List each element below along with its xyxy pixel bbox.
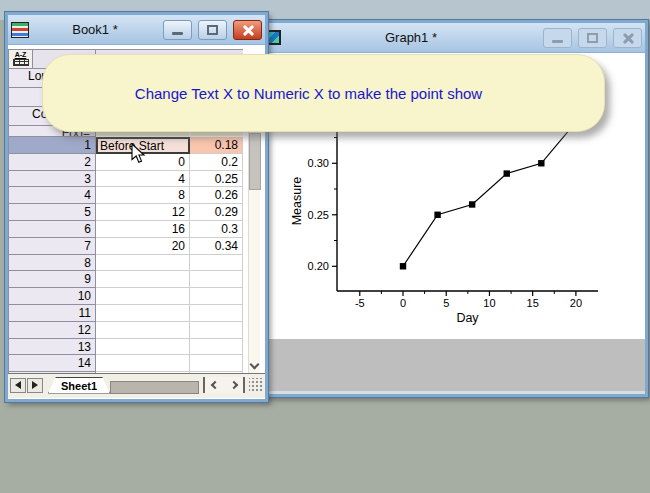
- cell-col-a[interactable]: [96, 305, 190, 322]
- close-button[interactable]: [233, 20, 262, 40]
- cell-col-b[interactable]: [190, 355, 243, 372]
- minimize-button[interactable]: [543, 28, 572, 48]
- cell-col-b[interactable]: 0.18: [190, 137, 243, 154]
- row-header[interactable]: 3: [8, 171, 96, 188]
- hint-tooltip-text: Change Text X to Numeric X to make the p…: [135, 85, 482, 102]
- chevron-left-icon: [210, 381, 218, 389]
- svg-text:-5: -5: [355, 297, 365, 309]
- resize-grip[interactable]: [249, 378, 263, 392]
- table-row: 480.26: [8, 187, 243, 204]
- chevron-down-icon: [250, 360, 260, 370]
- cell-col-a[interactable]: 12: [96, 204, 190, 221]
- svg-text:5: 5: [443, 297, 449, 309]
- tab-scroll-right-button[interactable]: [27, 378, 43, 393]
- book1-titlebar[interactable]: Book1 *: [8, 15, 265, 45]
- tab-sheet1[interactable]: Sheet1: [48, 377, 110, 394]
- minimize-icon: [172, 32, 183, 35]
- tab-scroll-left-button[interactable]: [10, 378, 26, 393]
- table-row: 13: [8, 339, 243, 356]
- svg-text:20: 20: [570, 297, 582, 309]
- row-header[interactable]: 2: [8, 154, 96, 171]
- cell-col-b[interactable]: 0.25: [190, 171, 243, 188]
- book1-title: Book1 *: [33, 22, 157, 37]
- svg-text:0.30: 0.30: [308, 157, 329, 169]
- cell-col-a[interactable]: [96, 288, 190, 305]
- cell-col-a[interactable]: 8: [96, 187, 190, 204]
- triangle-left-icon: [15, 381, 21, 389]
- table-row: 8: [8, 255, 243, 272]
- row-header[interactable]: 13: [8, 339, 96, 356]
- sort-az-icon[interactable]: A-Z: [9, 50, 33, 68]
- table-row: 10: [8, 288, 243, 305]
- mouse-cursor-icon: [131, 143, 147, 165]
- svg-text:0.25: 0.25: [308, 209, 329, 221]
- row-header[interactable]: 1: [8, 137, 96, 154]
- cell-col-b[interactable]: [190, 322, 243, 339]
- scrollbar-thumb[interactable]: [249, 133, 261, 190]
- cell-col-a[interactable]: [96, 255, 190, 272]
- cell-col-b[interactable]: 0.2: [190, 154, 243, 171]
- table-row: 200.2: [8, 154, 243, 171]
- table-row: 1Before Start0.18: [8, 137, 243, 154]
- table-row: 340.25: [8, 171, 243, 188]
- cell-col-b[interactable]: [190, 255, 243, 272]
- row-header[interactable]: 12: [8, 322, 96, 339]
- cell-col-b[interactable]: 0.26: [190, 187, 243, 204]
- horizontal-scrollbar[interactable]: [203, 377, 245, 393]
- az-icon-label: A-Z: [9, 51, 32, 58]
- svg-text:0: 0: [400, 297, 406, 309]
- worksheet-rows: 1Before Start0.18200.2340.25480.265120.2…: [8, 137, 243, 373]
- row-header[interactable]: 4: [8, 187, 96, 204]
- row-header[interactable]: 5: [8, 204, 96, 221]
- cell-col-a[interactable]: 20: [96, 238, 190, 255]
- chevron-right-icon: [229, 381, 237, 389]
- cell-col-b[interactable]: 0.3: [190, 221, 243, 238]
- cell-col-a[interactable]: 4: [96, 171, 190, 188]
- desktop: Graph1 * -5051015200.200.250.30DayMeasur…: [0, 0, 650, 493]
- cell-col-a[interactable]: [96, 355, 190, 372]
- svg-text:Day: Day: [456, 311, 479, 325]
- svg-text:0.20: 0.20: [308, 260, 329, 272]
- row-header[interactable]: 6: [8, 221, 96, 238]
- close-button[interactable]: [613, 28, 642, 48]
- svg-text:10: 10: [483, 297, 495, 309]
- scroll-down-button[interactable]: [251, 361, 259, 369]
- vertical-scrollbar[interactable]: [248, 130, 260, 373]
- minimize-icon: [552, 40, 563, 43]
- table-row: 9: [8, 271, 243, 288]
- svg-text:Measure: Measure: [290, 177, 304, 226]
- cell-col-b[interactable]: 0.34: [190, 238, 243, 255]
- graph1-titlebar[interactable]: Graph1 *: [261, 23, 645, 53]
- worksheet-window-icon: [11, 22, 29, 38]
- cell-col-a[interactable]: [96, 271, 190, 288]
- maximize-button[interactable]: [578, 28, 607, 48]
- maximize-icon: [587, 33, 598, 43]
- hint-tooltip: Change Text X to Numeric X to make the p…: [42, 54, 605, 132]
- triangle-right-icon: [32, 381, 38, 389]
- cell-col-b[interactable]: [190, 305, 243, 322]
- cell-col-a[interactable]: 16: [96, 221, 190, 238]
- tab-strip-empty: [110, 381, 199, 394]
- cell-col-b[interactable]: 0.29: [190, 204, 243, 221]
- maximize-icon: [207, 25, 218, 35]
- cell-col-b[interactable]: [190, 271, 243, 288]
- grid-icon: [13, 59, 29, 66]
- cell-col-a[interactable]: [96, 339, 190, 356]
- row-header[interactable]: 7: [8, 238, 96, 255]
- table-row: 6160.3: [8, 221, 243, 238]
- table-row: 11: [8, 305, 243, 322]
- cell-col-b[interactable]: [190, 339, 243, 356]
- sheet-tab-bar: Sheet1: [8, 373, 265, 398]
- row-header[interactable]: 10: [8, 288, 96, 305]
- table-row: 5120.29: [8, 204, 243, 221]
- maximize-button[interactable]: [198, 20, 227, 40]
- cell-col-a[interactable]: [96, 322, 190, 339]
- cell-col-b[interactable]: [190, 288, 243, 305]
- minimize-button[interactable]: [163, 20, 192, 40]
- row-header[interactable]: 11: [8, 305, 96, 322]
- table-row: 12: [8, 322, 243, 339]
- graph1-title: Graph1 *: [285, 30, 537, 45]
- row-header[interactable]: 9: [8, 271, 96, 288]
- row-header[interactable]: 14: [8, 355, 96, 372]
- row-header[interactable]: 8: [8, 255, 96, 272]
